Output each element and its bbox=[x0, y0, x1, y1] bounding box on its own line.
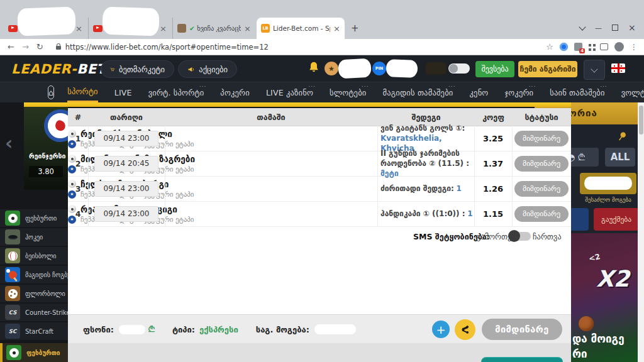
nav-item-live[interactable]: LIVE bbox=[114, 82, 132, 102]
tab-close-icon[interactable]: × bbox=[244, 25, 251, 33]
type-value[interactable]: ექსპრესი bbox=[199, 325, 238, 334]
sidebar-item-football-active[interactable]: ფეხბურთი bbox=[0, 343, 68, 362]
grid-icon[interactable] bbox=[589, 44, 591, 47]
share-button[interactable] bbox=[455, 319, 475, 340]
redaction-blob bbox=[386, 59, 418, 78]
nav-item-virtual-sport[interactable]: ვირტ. სპორტი... bbox=[148, 82, 204, 102]
nav-item-joker[interactable]: ჯოკერი... bbox=[504, 82, 533, 102]
more-dots-icon: ... bbox=[362, 83, 369, 87]
nav-item-live-casino[interactable]: LIVE კაზინო... bbox=[266, 82, 313, 102]
tab-close-icon[interactable]: × bbox=[333, 25, 340, 33]
forward-button[interactable]: → bbox=[22, 42, 29, 52]
status-badge[interactable]: მიმდინარე bbox=[514, 131, 569, 146]
coefficient: 1.26 bbox=[474, 176, 512, 201]
sidebar-item-starcraft[interactable]: SC StarCraft bbox=[0, 322, 68, 340]
scrollbar[interactable] bbox=[638, 102, 644, 362]
extension-icon-badged[interactable]: 4 bbox=[574, 43, 582, 51]
pushpin-icon[interactable] bbox=[616, 129, 629, 143]
more-dots-icon: ... bbox=[308, 83, 316, 87]
status-badge[interactable]: მიმდინარე bbox=[514, 181, 569, 197]
notification-bell-icon[interactable] bbox=[308, 61, 320, 75]
home-icon[interactable]: ⌂ bbox=[48, 85, 54, 99]
nav-item-volt[interactable]: ვოლტი bbox=[621, 82, 644, 102]
cancel-button[interactable]: გაუქმება bbox=[594, 208, 638, 231]
sms-toggle[interactable] bbox=[509, 232, 531, 241]
betslip-footer: ფსონი: ₾ ტიპი: ექსპრესი საგ. მოგება: + მ… bbox=[68, 314, 571, 344]
sidebar-item-counter-strike[interactable]: CS Counter-Strike bbox=[0, 304, 68, 321]
sidebar-item-football[interactable]: ფეხბურთი bbox=[0, 209, 68, 227]
status-badge[interactable]: მიმდინარე bbox=[514, 156, 569, 172]
promotions-label: აქციები bbox=[199, 65, 228, 74]
nav-item-sain-games[interactable]: საინ თამაშები... bbox=[550, 82, 604, 102]
browser-menu-icon[interactable]: ⋮ bbox=[630, 43, 638, 52]
bet-pick[interactable]: 1 bbox=[467, 209, 472, 218]
redaction-blob bbox=[338, 58, 371, 79]
nav-item-keno[interactable]: კენო bbox=[470, 82, 489, 102]
all-stake-button[interactable]: ALL bbox=[605, 148, 635, 167]
betmarket-button[interactable]: ბეთმარკეტი bbox=[101, 60, 174, 78]
window-close-button[interactable]: × bbox=[628, 23, 636, 33]
promotions-button[interactable]: აქციები bbox=[178, 60, 237, 78]
browser-tab-youtube-1[interactable]: × bbox=[4, 18, 87, 39]
status-badge[interactable]: მიმდინარე bbox=[514, 206, 569, 222]
browser-tab-kvaratskhelia[interactable]: ✔ ხვიჩა კვარაცხელია ✔ × bbox=[172, 18, 255, 39]
tab-close-icon[interactable]: × bbox=[160, 25, 167, 33]
extension-icon-blue[interactable] bbox=[560, 43, 568, 51]
extension-icons: ☆ 4 ⋮ bbox=[546, 42, 638, 52]
new-tab-button[interactable]: + bbox=[351, 23, 359, 34]
soccer-ball-icon bbox=[68, 155, 76, 163]
back-button[interactable]: ← bbox=[8, 42, 14, 52]
banner-odd[interactable]: 3.80 bbox=[29, 166, 63, 177]
browser-avatar[interactable] bbox=[614, 42, 624, 52]
nav-item-sport[interactable]: სპორტი bbox=[67, 82, 98, 102]
liderbet-favicon: LB bbox=[261, 24, 270, 33]
sidebar-item-floorball[interactable]: ფლორბოლი bbox=[0, 285, 68, 302]
tab-close-icon[interactable]: × bbox=[75, 25, 82, 33]
nav-item-table-games[interactable]: მაგიდის თამაშები... bbox=[383, 82, 453, 102]
minimize-button[interactable]: — bbox=[595, 24, 602, 32]
bookmark-star-icon[interactable]: ☆ bbox=[546, 42, 553, 52]
nav-item-poker[interactable]: პოკერი bbox=[220, 82, 250, 102]
maximize-button[interactable] bbox=[612, 25, 618, 31]
chat-button-top[interactable] bbox=[481, 357, 563, 362]
pin-badge[interactable]: PIN bbox=[372, 62, 386, 75]
site-logo[interactable]: LEADER-BET bbox=[11, 62, 106, 77]
carousel-prev-icon[interactable]: ‹ bbox=[5, 132, 13, 154]
bet-pick[interactable]: 1 bbox=[457, 184, 462, 193]
sidebar-item-hockey[interactable]: ჰოკეი bbox=[0, 228, 68, 246]
main-nav: ⌂ სპორტი LIVE ვირტ. სპორტი... პოკერი LIV… bbox=[0, 82, 644, 102]
accent-strip bbox=[24, 102, 571, 107]
url-text[interactable]: https://www.lider-bet.com/ka/sport#opent… bbox=[65, 43, 547, 52]
status-cell: მიმდინარე bbox=[512, 176, 571, 201]
header-toggle[interactable] bbox=[448, 63, 470, 74]
redaction-blob bbox=[314, 324, 356, 334]
table-row: 1 09/14 23:00 რეინჯერსი - ნაპოლი ★ჩემპიო… bbox=[68, 126, 571, 151]
my-account-button[interactable]: ჩემი ანგარიში bbox=[518, 61, 577, 77]
deposit-button[interactable]: შევსება bbox=[475, 61, 514, 77]
status-cell: მიმდინარე bbox=[512, 126, 571, 151]
add-bet-button[interactable]: + bbox=[432, 321, 450, 338]
promo-line-2: რი bbox=[572, 348, 587, 360]
browser-tab-strip: × × ✔ ხვიჩა კვარაცხელია ✔ × LB Lider-Bet… bbox=[0, 0, 644, 39]
submit-button[interactable]: მიმდინარე bbox=[482, 319, 562, 340]
scrollbar-thumb[interactable] bbox=[639, 106, 643, 134]
status-cell: მიმდინარე bbox=[512, 201, 571, 226]
browser-tab-youtube-2[interactable]: × bbox=[88, 18, 171, 39]
possible-win-box[interactable] bbox=[580, 173, 636, 194]
sidebar-panel-icon[interactable] bbox=[600, 43, 608, 50]
language-flag-georgia[interactable] bbox=[611, 63, 625, 73]
nav-item-slots[interactable]: სლოტები... bbox=[330, 82, 367, 102]
sms-on-label[interactable]: ჩართვა bbox=[533, 232, 562, 241]
sidebar-item-table-tennis[interactable]: მაგიდის ჩოგბურთი bbox=[0, 266, 68, 283]
sidebar-item-label: ფლორბოლი bbox=[25, 290, 65, 297]
coefficient: 1.37 bbox=[474, 151, 512, 176]
account-dropdown-button[interactable] bbox=[584, 60, 605, 80]
match-banner[interactable]: რეინჯერსი 3.80 bbox=[24, 107, 68, 190]
chevron-down-icon[interactable] bbox=[579, 23, 586, 30]
sidebar-item-baseball[interactable]: ბეისბოლი bbox=[0, 247, 68, 265]
check-icon: ✔ bbox=[189, 25, 195, 32]
loyalty-star-badge[interactable]: ★ bbox=[325, 62, 338, 75]
possible-win-label: შესაძლო მოგება bbox=[580, 197, 636, 203]
browser-tab-liderbet[interactable]: LB Lider-Bet.com - Sports and Casin × bbox=[257, 18, 345, 39]
reload-button[interactable]: ↻ bbox=[36, 42, 43, 52]
